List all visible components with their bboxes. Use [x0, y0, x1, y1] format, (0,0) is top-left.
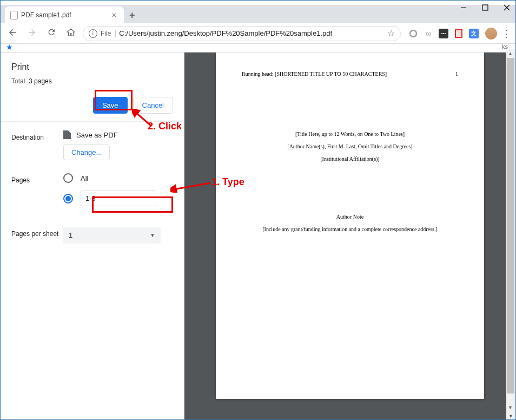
file-chip: File [101, 30, 116, 37]
bookmark-folder-icon[interactable]: ★ [6, 43, 13, 51]
window-controls [460, 4, 510, 11]
url-text: C:/Users/justin.zeng/Desktop/PDF%20Sampl… [119, 29, 384, 37]
maximize-icon[interactable] [482, 4, 488, 11]
annotation-arrow-type [170, 179, 213, 193]
pdf-doc-icon [63, 130, 71, 139]
chevron-down-icon: ▼ [150, 232, 155, 238]
url-input[interactable]: i File C:/Users/justin.zeng/Desktop/PDF%… [83, 26, 401, 41]
profile-avatar[interactable] [485, 28, 497, 40]
print-preview: Running head: [SHORTENED TITLE UP TO 50 … [184, 52, 515, 420]
page-number: 1 [455, 71, 458, 77]
svg-point-4 [410, 30, 416, 37]
radio-unchecked-icon [63, 173, 73, 183]
pages-label: Pages [11, 173, 63, 184]
running-head: Running head: [SHORTENED TITLE UP TO 50 … [242, 71, 387, 77]
scrollbar-thumb[interactable] [507, 58, 514, 393]
preview-page: Running head: [SHORTENED TITLE UP TO 50 … [216, 52, 484, 399]
forward-button[interactable] [24, 28, 39, 40]
site-info-icon[interactable]: i [89, 29, 97, 38]
destination-label: Destination [11, 130, 63, 141]
new-tab-button[interactable]: + [129, 10, 135, 21]
print-title: Print [11, 62, 173, 72]
pdf-tab-icon [10, 11, 18, 19]
reload-button[interactable] [44, 28, 59, 39]
ext-pdf-icon[interactable] [454, 29, 464, 38]
save-button[interactable]: Save [93, 97, 128, 114]
annotation-type-label: 1. Type [211, 176, 244, 188]
minimize-icon[interactable] [460, 4, 467, 11]
radio-checked-icon [63, 194, 73, 204]
print-panel: Print Total: 3 pages Save Cancel Destina… [1, 52, 184, 420]
titlebar [1, 1, 515, 5]
bookmarks-bar: ★ ks [1, 44, 515, 52]
home-button[interactable] [63, 28, 78, 40]
preview-title-line: [Title Here, up to 12 Words, on One to T… [242, 131, 458, 137]
back-button[interactable] [5, 28, 20, 40]
bookmark-star-icon[interactable]: ☆ [387, 28, 395, 38]
preview-author-sub: [Include any grant/funding information a… [242, 226, 458, 232]
pages-range-input[interactable] [81, 191, 156, 206]
pages-range-radio[interactable] [63, 191, 173, 206]
tabs-row: PDF sample1.pdf × + [1, 5, 515, 23]
tab-close-icon[interactable]: × [110, 11, 118, 19]
svg-rect-1 [482, 5, 488, 10]
pps-label: Pages per sheet [11, 227, 63, 239]
preview-author-line: [Author Name(s), First M. Last, Omit Tit… [242, 143, 458, 149]
preview-author-note: Author Note [242, 214, 458, 220]
annotation-click-label: 2. Click [148, 121, 182, 132]
ext-circle-icon[interactable] [408, 29, 418, 38]
ext-translate-icon[interactable]: 文 [469, 29, 479, 38]
pages-all-radio[interactable]: All [63, 173, 173, 183]
print-total: Total: 3 pages [11, 77, 173, 85]
ext-chain-icon[interactable]: ∞ [424, 29, 433, 38]
pages-per-sheet-select[interactable]: 1 ▼ [63, 227, 161, 244]
close-icon[interactable] [504, 4, 510, 11]
change-destination-button[interactable]: Change... [63, 145, 110, 160]
chrome-menu-icon[interactable]: ⋮ [501, 28, 511, 40]
page-scrollbar[interactable]: ▲ ▼ [506, 49, 515, 412]
address-bar: i File C:/Users/justin.zeng/Desktop/PDF%… [1, 23, 515, 44]
tab-title: PDF sample1.pdf [21, 11, 110, 19]
svg-rect-7 [456, 30, 461, 37]
preview-affil-line: [Institutional Affiliation(s)] [242, 156, 458, 162]
extensions: ∞ ••• 文 [408, 29, 479, 38]
svg-line-9 [174, 183, 210, 189]
tab-active[interactable]: PDF sample1.pdf × [5, 6, 124, 24]
ext-box-icon[interactable]: ••• [439, 29, 448, 38]
